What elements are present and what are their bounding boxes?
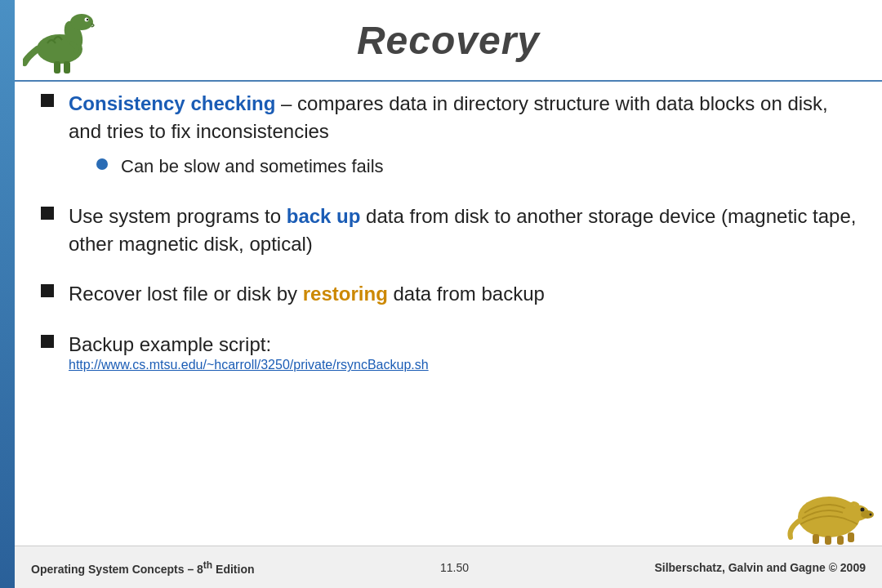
svg-point-2	[70, 14, 93, 30]
bullet-text-1: Consistency checking – compares data in …	[69, 92, 828, 142]
highlight-consistency-checking: Consistency checking	[69, 92, 275, 114]
svg-rect-6	[64, 61, 70, 74]
slide-title: Recovery	[357, 18, 540, 63]
sub-bullet-circle-1	[96, 158, 108, 170]
sub-bullet-text-1: Can be slow and sometimes fails	[121, 154, 384, 180]
highlight-restoring: restoring	[303, 283, 388, 305]
bullet-square-4	[41, 335, 54, 348]
left-accent-bar	[0, 0, 15, 588]
bullet-text-4: Backup example script:	[69, 333, 271, 355]
svg-point-9	[861, 508, 865, 512]
slide-header: Recovery	[15, 0, 882, 82]
bullet-text-2: Use system programs to back up data from…	[69, 203, 858, 257]
highlight-backup: back up	[287, 205, 361, 227]
svg-rect-13	[825, 536, 831, 545]
sub-bullet-1: Can be slow and sometimes fails	[96, 154, 858, 180]
dino-right-decoration	[784, 472, 874, 546]
svg-point-4	[87, 19, 88, 20]
slide: Recovery Consistency checking – compares…	[0, 0, 882, 588]
bullet-item-4: Backup example script: http://www.cs.mts…	[41, 331, 858, 373]
bullet-square-1	[41, 94, 54, 107]
slide-content: Consistency checking – compares data in …	[41, 90, 858, 539]
bullet-square-2	[41, 207, 54, 220]
backup-script-link[interactable]: http://www.cs.mtsu.edu/~hcarroll/3250/pr…	[69, 358, 429, 372]
svg-rect-14	[837, 536, 844, 545]
svg-point-11	[870, 514, 872, 516]
footer-page-number: 11.50	[440, 561, 469, 574]
footer-left-text: Operating System Concepts – 8th Edition	[31, 559, 255, 576]
svg-rect-15	[848, 532, 854, 542]
bullet-square-3	[41, 284, 54, 297]
svg-point-10	[861, 510, 874, 519]
svg-rect-5	[54, 61, 60, 74]
bullet-item-1: Consistency checking – compares data in …	[41, 90, 858, 180]
dino-left-decoration	[23, 4, 96, 74]
slide-footer: Operating System Concepts – 8th Edition …	[15, 546, 882, 588]
footer-copyright: Silberschatz, Galvin and Gagne © 2009	[654, 561, 866, 574]
bullet-item-2: Use system programs to back up data from…	[41, 203, 858, 257]
bullet-text-3: Recover lost file or disk by restoring d…	[69, 280, 545, 308]
bullet-item-3: Recover lost file or disk by restoring d…	[41, 280, 858, 308]
svg-rect-12	[813, 534, 819, 544]
